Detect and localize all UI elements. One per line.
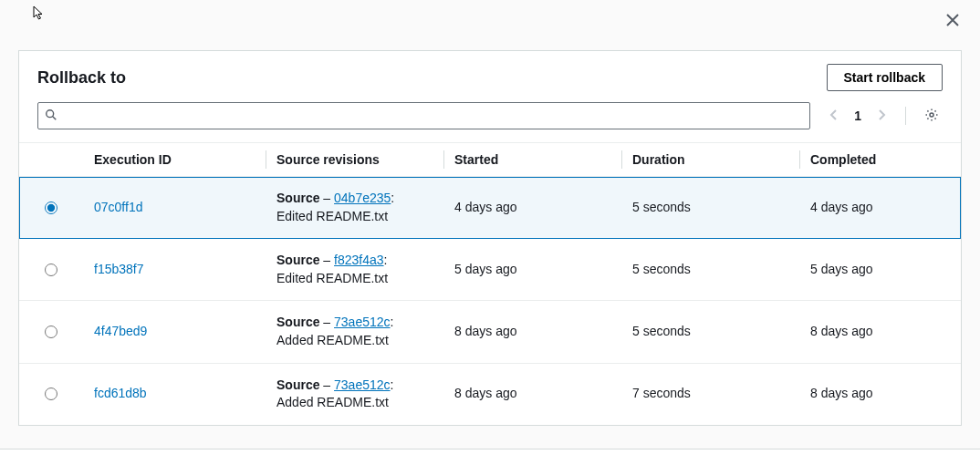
- completed-cell: 5 days ago: [799, 248, 961, 292]
- revision-link[interactable]: f823f4a3: [334, 253, 384, 267]
- execution-id-link[interactable]: 07c0ff1d: [94, 200, 142, 214]
- pagination: 1: [825, 106, 891, 127]
- chevron-right-icon: [876, 109, 887, 120]
- page-number: 1: [854, 108, 861, 123]
- toolbar-divider: [905, 107, 906, 125]
- col-execution-id[interactable]: Execution ID: [83, 143, 266, 176]
- revision-message: Edited README.txt: [276, 271, 388, 285]
- select-radio[interactable]: [45, 202, 57, 214]
- started-cell: 8 days ago: [443, 310, 621, 354]
- col-source-revisions[interactable]: Source revisions: [266, 143, 443, 176]
- revision-link[interactable]: 73ae512c: [334, 315, 391, 329]
- search-input[interactable]: [37, 102, 810, 129]
- select-radio[interactable]: [45, 326, 57, 338]
- source-label: Source: [276, 253, 319, 267]
- next-page-button[interactable]: [872, 106, 891, 127]
- execution-id-link[interactable]: fcd61d8b: [94, 386, 147, 400]
- table-header: Execution ID Source revisions Started Du…: [19, 143, 961, 177]
- table-row[interactable]: 4f47bed9 Source – 73ae512c: Added README…: [19, 301, 961, 363]
- revision-link[interactable]: 73ae512c: [334, 377, 391, 392]
- started-cell: 5 days ago: [443, 248, 621, 292]
- start-rollback-button[interactable]: Start rollback: [827, 64, 943, 91]
- revision-link[interactable]: 04b7e235: [334, 191, 391, 205]
- table-row[interactable]: fcd61d8b Source – 73ae512c: Added README…: [19, 364, 961, 425]
- close-icon: [945, 13, 960, 27]
- rollback-modal: Rollback to Start rollback 1: [0, 0, 980, 450]
- started-cell: 4 days ago: [443, 186, 621, 230]
- executions-table: Execution ID Source revisions Started Du…: [19, 142, 961, 425]
- completed-cell: 8 days ago: [799, 372, 961, 416]
- completed-cell: 4 days ago: [799, 186, 961, 230]
- duration-cell: 5 seconds: [621, 186, 799, 230]
- prev-page-button[interactable]: [825, 106, 843, 127]
- source-label: Source: [276, 191, 319, 205]
- col-completed[interactable]: Completed: [799, 143, 961, 176]
- duration-cell: 5 seconds: [621, 310, 799, 354]
- completed-cell: 8 days ago: [799, 310, 961, 354]
- revision-message: Edited README.txt: [276, 209, 388, 223]
- started-cell: 8 days ago: [443, 372, 621, 416]
- panel-title: Rollback to: [37, 68, 126, 88]
- source-label: Source: [276, 315, 319, 329]
- rollback-panel: Rollback to Start rollback 1: [18, 50, 962, 426]
- settings-button[interactable]: [921, 104, 943, 129]
- col-started[interactable]: Started: [443, 143, 621, 176]
- table-row[interactable]: f15b38f7 Source – f823f4a3: Edited READM…: [19, 239, 961, 301]
- source-label: Source: [276, 377, 319, 392]
- revision-message: Added README.txt: [276, 395, 389, 409]
- gear-icon: [924, 108, 939, 122]
- execution-id-link[interactable]: f15b38f7: [94, 262, 144, 276]
- close-button[interactable]: [942, 9, 964, 34]
- revision-message: Added README.txt: [276, 333, 389, 347]
- select-radio[interactable]: [45, 388, 57, 400]
- svg-point-2: [930, 113, 933, 117]
- col-duration[interactable]: Duration: [621, 143, 799, 176]
- duration-cell: 5 seconds: [621, 248, 799, 292]
- select-radio[interactable]: [45, 264, 57, 276]
- execution-id-link[interactable]: 4f47bed9: [94, 324, 147, 338]
- table-row[interactable]: 07c0ff1d Source – 04b7e235: Edited READM…: [19, 177, 961, 239]
- duration-cell: 7 seconds: [621, 372, 799, 416]
- chevron-left-icon: [829, 109, 839, 120]
